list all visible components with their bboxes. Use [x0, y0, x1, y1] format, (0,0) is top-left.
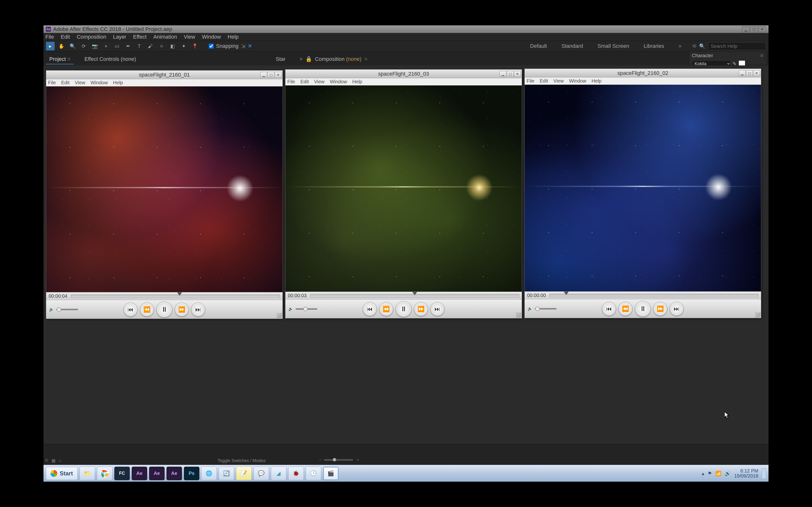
taskbar-explorer[interactable]: 📁 — [80, 467, 95, 480]
timeline-icon-1[interactable]: ⎘ — [45, 458, 48, 463]
qt2-minimize-button[interactable]: ▁ — [500, 71, 506, 77]
qt2-volume-track[interactable] — [296, 308, 317, 310]
qt2-forward-button[interactable]: ⏩ — [414, 302, 428, 316]
eraser-tool[interactable]: ◧ — [168, 42, 177, 50]
camera-tool[interactable]: 📷 — [90, 42, 99, 50]
snapping-checkbox[interactable] — [209, 44, 214, 49]
qt2-menu-view[interactable]: View — [314, 79, 324, 84]
sync-icon[interactable]: ⟲ — [692, 43, 696, 49]
pan-behind-tool[interactable]: ⌖ — [101, 42, 110, 50]
close-button[interactable]: ✕ — [758, 26, 766, 32]
qt3-forward-button[interactable]: ⏩ — [653, 302, 667, 316]
taskbar-app-teamviewer[interactable]: 🔄 — [219, 467, 234, 480]
menu-animation[interactable]: Animation — [153, 34, 177, 40]
qt3-rewind-button[interactable]: ⏪ — [618, 302, 632, 316]
qt3-volume-icon[interactable]: 🔈 — [527, 306, 532, 311]
qt1-play-pause-button[interactable]: ⏸ — [156, 301, 172, 318]
show-desktop-button[interactable] — [762, 468, 766, 479]
qt1-titlebar[interactable]: spaceFlight_2160_01 ▁ ▢ ✕ — [46, 70, 283, 79]
text-tool[interactable]: T — [135, 42, 144, 50]
qt3-skip-end-button[interactable]: ⏭ — [670, 302, 684, 316]
taskbar-after-effects-2[interactable]: Ae — [149, 467, 164, 480]
snap-icon-2[interactable]: ✕ — [248, 43, 252, 49]
qt2-menu-help[interactable]: Help — [352, 79, 362, 84]
timeline-icon-2[interactable]: ▦ — [51, 458, 56, 463]
panel-menu-icon[interactable]: ≡ — [760, 53, 763, 58]
zoom-in-icon[interactable]: ＋ — [356, 457, 360, 462]
qt2-volume-icon[interactable]: 🔈 — [288, 306, 293, 311]
qt3-volume-thumb[interactable] — [535, 306, 540, 311]
qt3-scrub-track[interactable] — [549, 294, 759, 297]
qt3-scrub-marker[interactable] — [564, 292, 569, 295]
zoom-out-icon[interactable]: − — [319, 458, 321, 462]
zoom-tool[interactable]: 🔍 — [68, 42, 77, 50]
qt1-skip-start-button[interactable]: ⏮ — [123, 302, 138, 317]
quicktime-window-3[interactable]: spaceFlight_2160_02 ▁ ▢ ✕ File Edit View… — [524, 68, 761, 318]
qt1-minimize-button[interactable]: ▁ — [260, 72, 267, 78]
search-help-input[interactable] — [708, 42, 766, 50]
qt2-scrub-track[interactable] — [310, 294, 519, 297]
timeline-icon-3[interactable]: ⌕ — [59, 458, 62, 463]
selection-tool[interactable]: ▸ — [46, 42, 55, 50]
taskbar-discord[interactable]: 💬 — [254, 467, 269, 480]
brush-tool[interactable]: 🖌 — [146, 42, 155, 50]
qt3-menu-edit[interactable]: Edit — [540, 78, 548, 84]
taskbar-clock[interactable]: 6:12 PM 19/09/2018 — [734, 468, 758, 478]
qt2-skip-end-button[interactable]: ⏭ — [430, 302, 445, 316]
tray-flag-icon[interactable]: ⚑ — [708, 470, 712, 476]
qt3-skip-start-button[interactable]: ⏮ — [602, 302, 616, 316]
menu-window[interactable]: Window — [202, 34, 221, 40]
menu-composition[interactable]: Composition — [77, 34, 106, 40]
qt3-maximize-button[interactable]: ▢ — [746, 70, 753, 76]
qt2-volume-thumb[interactable] — [303, 307, 308, 311]
menu-file[interactable]: File — [45, 34, 54, 40]
pen-tool[interactable]: ✒ — [124, 42, 133, 50]
start-button[interactable]: Start — [46, 467, 78, 480]
lock-icon[interactable]: 🔒 — [305, 56, 312, 62]
taskbar-notes[interactable]: 📝 — [236, 467, 252, 480]
qt1-menu-help[interactable]: Help — [113, 80, 123, 86]
toggle-switches-modes[interactable]: Toggle Switches / Modes — [217, 458, 266, 463]
taskbar-app-paint[interactable]: ◢ — [271, 467, 286, 480]
qt1-scrub-marker[interactable] — [177, 292, 182, 296]
rotate-tool[interactable]: ⟳ — [79, 42, 88, 50]
qt1-menu-window[interactable]: Window — [91, 80, 108, 86]
qt1-maximize-button[interactable]: ▢ — [267, 72, 274, 78]
qt2-titlebar[interactable]: spaceFlight_2160_03 ▁ ▢ ✕ — [286, 69, 522, 78]
qt1-resize-grip[interactable] — [277, 313, 282, 318]
maximize-button[interactable]: ▢ — [750, 26, 758, 32]
snapping-toggle[interactable]: Snapping ⇲ ✕ — [209, 43, 252, 49]
qt3-menu-help[interactable]: Help — [592, 78, 602, 84]
qt1-skip-end-button[interactable]: ⏭ — [191, 302, 205, 317]
tray-network-icon[interactable]: 📶 — [715, 470, 721, 476]
clone-tool[interactable]: ⌗ — [157, 42, 166, 50]
tray-expand-icon[interactable]: ▴ — [702, 470, 704, 476]
qt1-volume-track[interactable] — [56, 309, 78, 310]
taskbar-chrome[interactable] — [97, 467, 112, 480]
qt3-menu-window[interactable]: Window — [569, 78, 586, 84]
qt1-menu-edit[interactable]: Edit — [61, 80, 69, 86]
qt2-menu-window[interactable]: Window — [330, 79, 347, 84]
qt2-close-button[interactable]: ✕ — [514, 71, 521, 77]
qt2-skip-start-button[interactable]: ⏮ — [363, 302, 377, 316]
workspace-standard[interactable]: Standard — [561, 43, 583, 49]
qt2-play-pause-button[interactable]: ⏸ — [396, 301, 412, 317]
menu-effect[interactable]: Effect — [133, 34, 147, 40]
qt1-menu-view[interactable]: View — [75, 80, 85, 86]
qt1-menu-file[interactable]: File — [48, 80, 56, 86]
menu-layer[interactable]: Layer — [113, 34, 126, 40]
qt3-volume-track[interactable] — [535, 308, 557, 309]
qt1-volume-icon[interactable]: 🔈 — [49, 307, 54, 312]
menu-edit[interactable]: Edit — [61, 34, 70, 40]
qt1-volume-thumb[interactable] — [57, 307, 61, 312]
qt3-play-pause-button[interactable]: ⏸ — [635, 301, 651, 317]
star-panel-tab[interactable]: Star — [272, 55, 289, 64]
close-tab-icon[interactable]: × — [299, 56, 303, 62]
taskbar-photoshop[interactable]: Ps — [184, 467, 199, 480]
qt1-rewind-button[interactable]: ⏪ — [140, 302, 154, 317]
workspace-more-icon[interactable]: » — [678, 43, 681, 49]
quicktime-window-1[interactable]: spaceFlight_2160_01 ▁ ▢ ✕ File Edit View… — [46, 70, 283, 319]
taskbar-app-fc[interactable]: FC — [114, 467, 130, 480]
qt3-video-viewport[interactable] — [525, 85, 761, 291]
qt2-menu-file[interactable]: File — [287, 79, 295, 84]
